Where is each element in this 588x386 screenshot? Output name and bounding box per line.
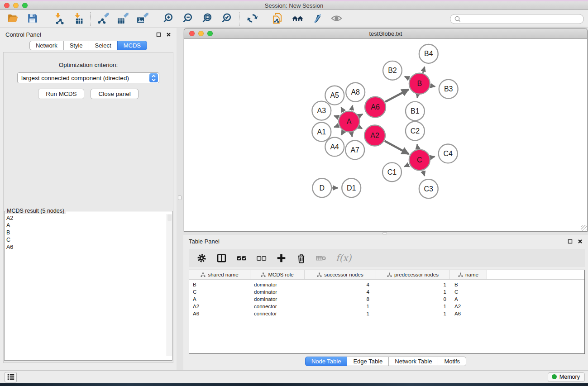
edge-C-C3[interactable] [423, 171, 425, 176]
deselect-all-checkboxes-button[interactable] [256, 253, 267, 263]
save-session-button[interactable] [24, 11, 40, 27]
node-B2[interactable]: B2 [383, 61, 402, 80]
cell-name[interactable]: A6 [450, 311, 487, 316]
cell-shared-name[interactable]: A [189, 296, 250, 302]
column-header-successor-nodes[interactable]: successor nodes [305, 270, 376, 279]
split-table-panel-button[interactable] [216, 253, 227, 263]
cell-successor-nodes[interactable]: 8 [305, 296, 376, 302]
cell-mcds-role[interactable]: dominator [250, 282, 305, 287]
node-D[interactable]: D [312, 178, 331, 197]
node-C[interactable]: C [409, 149, 430, 170]
node-A4[interactable]: A4 [325, 137, 344, 156]
close-panel-button[interactable]: Close panel [91, 89, 138, 99]
cell-name[interactable]: A [450, 296, 487, 302]
edge-A-A3[interactable] [334, 116, 339, 118]
close-panel-icon[interactable] [166, 32, 171, 37]
cell-successor-nodes[interactable]: 4 [305, 282, 376, 287]
cell-mcds-role[interactable]: dominator [250, 296, 305, 302]
zoom-window-button[interactable] [22, 3, 28, 8]
edge-C-C2[interactable] [417, 144, 417, 149]
node-A8[interactable]: A8 [346, 83, 365, 102]
edge-A-A5[interactable] [341, 107, 344, 112]
tab-node-table[interactable]: Node Table [305, 357, 348, 366]
select-all-checkboxes-button[interactable] [236, 253, 247, 263]
tab-edge-table[interactable]: Edge Table [347, 357, 389, 366]
cell-predecessor-nodes[interactable]: 1 [376, 311, 450, 316]
node-D1[interactable]: D1 [342, 178, 361, 197]
node-B1[interactable]: B1 [406, 102, 425, 121]
mcds-result-item[interactable]: B [5, 229, 167, 236]
cell-shared-name[interactable]: B [189, 282, 250, 287]
edge-A-A8[interactable] [351, 105, 352, 110]
table-row[interactable]: Bdominator41B [189, 281, 584, 288]
node-A5[interactable]: A5 [325, 86, 344, 105]
cell-mcds-role[interactable]: connector [250, 311, 305, 316]
create-column-button[interactable] [276, 253, 287, 263]
zoom-selected-button[interactable] [219, 11, 234, 27]
refresh-view-button[interactable] [244, 11, 260, 27]
column-header-shared-name[interactable]: shared name [189, 270, 250, 279]
import-table-file-button[interactable] [70, 11, 85, 27]
criterion-select[interactable]: largest connected component (directed) [17, 72, 159, 83]
cell-name[interactable]: B [450, 282, 487, 287]
tab-network-table[interactable]: Network Table [388, 357, 438, 366]
column-header-name[interactable]: name [450, 270, 487, 279]
node-A[interactable]: A [339, 111, 359, 132]
edge-B-B4[interactable] [423, 67, 425, 73]
cell-name[interactable]: C [450, 289, 487, 295]
tab-mcds[interactable]: MCDS [117, 41, 147, 50]
node-C1[interactable]: C1 [382, 162, 402, 181]
node-A2[interactable]: A2 [364, 125, 385, 146]
search-input[interactable] [463, 16, 580, 22]
import-network-file-button[interactable] [50, 11, 66, 27]
table-row[interactable]: Cdominator41C [189, 288, 584, 295]
export-network-button[interactable] [96, 11, 111, 27]
tab-select[interactable]: Select [89, 41, 118, 50]
close-window-button[interactable] [4, 3, 10, 8]
network-close-button[interactable] [189, 31, 195, 36]
edge-C-C4[interactable] [430, 157, 435, 157]
cell-predecessor-nodes[interactable]: 1 [376, 289, 450, 295]
edge-A-A6[interactable] [359, 114, 363, 116]
cell-predecessor-nodes[interactable]: 1 [376, 282, 450, 287]
edge-A-A7[interactable] [351, 133, 352, 137]
result-list-scrollbar[interactable] [167, 214, 172, 356]
column-header-mcds-role[interactable]: MCDS role [250, 270, 305, 279]
tab-motifs[interactable]: Motifs [438, 357, 466, 366]
tab-style[interactable]: Style [63, 41, 89, 50]
cell-successor-nodes[interactable]: 1 [305, 304, 376, 309]
show-graphics-details-button[interactable] [329, 11, 344, 27]
open-cybrowser-button[interactable] [290, 11, 305, 27]
open-session-button[interactable] [5, 11, 20, 27]
network-zoom-button[interactable] [207, 31, 213, 36]
mcds-result-item[interactable]: A2 [5, 214, 167, 222]
attribute-settings-gear-button[interactable] [196, 253, 207, 263]
cell-shared-name[interactable]: C [189, 289, 250, 295]
export-image-button[interactable] [134, 11, 150, 27]
run-mcds-button[interactable]: Run MCDS [38, 89, 84, 99]
node-B[interactable]: B [409, 73, 430, 94]
table-row[interactable]: A6connector11A6 [189, 310, 584, 317]
node-C2[interactable]: C2 [406, 122, 425, 141]
memory-button[interactable]: Memory [548, 372, 585, 382]
divider-grip[interactable] [178, 195, 182, 200]
node-B4[interactable]: B4 [419, 44, 438, 63]
cell-successor-nodes[interactable]: 4 [305, 289, 376, 295]
node-A1[interactable]: A1 [312, 123, 331, 142]
zoom-fit-button[interactable] [199, 11, 215, 27]
cell-shared-name[interactable]: A6 [189, 311, 250, 316]
tab-network[interactable]: Network [29, 41, 64, 50]
edge-B-B2[interactable] [405, 76, 409, 79]
network-canvas[interactable]: B4B2BB3A8A5A6A3B1AC2A1A2A4A7C4CC1C3DD1 [184, 39, 588, 232]
mcds-result-item[interactable]: A [5, 222, 167, 229]
cell-shared-name[interactable]: A2 [189, 304, 250, 309]
node-A3[interactable]: A3 [312, 101, 331, 120]
table-row[interactable]: Adominator80A [189, 295, 584, 303]
table-row[interactable]: A2connector11A2 [189, 303, 584, 310]
node-A6[interactable]: A6 [365, 97, 386, 118]
cell-name[interactable]: A2 [450, 304, 487, 309]
export-table-button[interactable] [115, 11, 130, 27]
column-header-predecessor-nodes[interactable]: predecessor nodes [376, 270, 450, 279]
node-C3[interactable]: C3 [419, 179, 438, 198]
float-panel-icon[interactable] [156, 32, 161, 37]
